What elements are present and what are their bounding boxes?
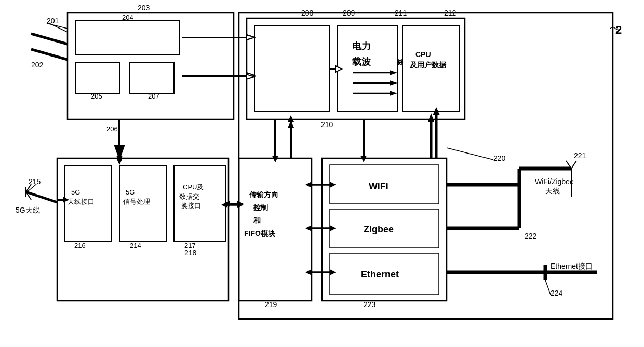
label-224: 224 xyxy=(551,289,563,297)
label-wifi-zigbee-antenna2: 天线 xyxy=(545,187,560,195)
label-transfer-3: 和 xyxy=(253,216,261,225)
label-210: 210 xyxy=(321,120,333,129)
label-ethernet-port: Ethernet接口 xyxy=(551,262,593,270)
label-power-1: 电力 xyxy=(352,41,371,51)
label-cpu-data-text3: 换接口 xyxy=(181,202,201,210)
label-209: 209 xyxy=(343,9,355,17)
label-218: 218 xyxy=(184,248,197,257)
label-204: 204 xyxy=(122,13,133,21)
label-zigbee: Zigbee xyxy=(364,224,394,234)
label-207: 207 xyxy=(148,92,159,100)
label-208: 208 xyxy=(301,9,314,17)
label-transfer-4: FIFO模块 xyxy=(244,229,276,238)
label-206: 206 xyxy=(106,125,118,133)
label-cpu-user: CPU xyxy=(415,50,431,59)
label-cpu-data-text: CPU及 xyxy=(183,183,204,191)
label-5g-antenna-if-text: 5G xyxy=(71,188,80,196)
label-223: 223 xyxy=(364,300,376,309)
diagram-container: 2 203 204 205 207 201 202 206 xyxy=(0,0,644,347)
label-transfer-1: 传输方向 xyxy=(249,190,278,199)
label-211: 211 xyxy=(395,9,407,17)
label-wifi-zigbee-antenna: WiFi/Zigbee xyxy=(535,177,574,186)
label-216: 216 xyxy=(74,242,86,249)
label-5g-antenna: 5G天线 xyxy=(16,206,40,214)
label-wifi: WiFi xyxy=(369,181,388,191)
label-220: 220 xyxy=(493,154,506,162)
label-202: 202 xyxy=(31,61,44,69)
label-5g-signal-text: 5G xyxy=(126,188,135,196)
label-transfer-2: 控制 xyxy=(253,203,268,212)
label-214: 214 xyxy=(130,242,141,249)
label-205: 205 xyxy=(91,92,102,100)
label-222: 222 xyxy=(525,232,537,240)
label-user-data: 及用户数据 xyxy=(409,61,447,69)
label-212: 212 xyxy=(444,9,457,17)
label-221: 221 xyxy=(574,151,586,160)
label-power-2: 载波 xyxy=(352,57,371,67)
label-219: 219 xyxy=(265,300,277,309)
label-203: 203 xyxy=(138,4,150,12)
label-cpu-data-text2: 数据交 xyxy=(179,192,199,200)
label-5g-signal-text2: 信号处理 xyxy=(123,198,150,205)
label-5g-antenna-if-text2: 天线接口 xyxy=(68,198,95,205)
label-ethernet: Ethernet xyxy=(361,269,399,280)
